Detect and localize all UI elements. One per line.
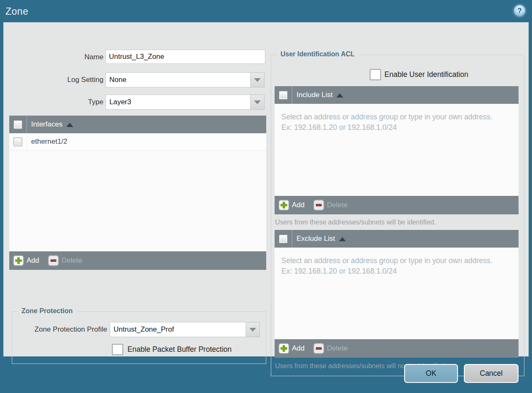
log-setting-value: None — [109, 76, 127, 84]
delete-button-label: Delete — [327, 201, 347, 209]
exclude-delete-button[interactable]: Delete — [314, 343, 347, 353]
exclude-select-all-checkbox[interactable] — [279, 235, 288, 243]
minus-icon — [314, 200, 324, 210]
sort-ascending-icon — [339, 237, 346, 241]
packet-buffer-protection-checkbox[interactable] — [112, 344, 123, 355]
minus-icon — [48, 256, 58, 266]
cancel-button-label: Cancel — [480, 369, 503, 378]
exclude-list-body[interactable]: Select an address or address group or ty… — [275, 248, 519, 339]
delete-button-label: Delete — [327, 344, 347, 353]
exclude-list-column-header[interactable]: Exclude List — [296, 235, 335, 243]
zone-protection-profile-value: Untrust_Zone_Prof — [114, 325, 174, 334]
add-button-label: Add — [292, 344, 304, 353]
chevron-down-icon — [249, 328, 256, 332]
exclude-list-header: Exclude List — [275, 230, 519, 248]
add-button-label: Add — [26, 256, 39, 265]
packet-buffer-protection-label: Enable Packet Buffer Protection — [127, 345, 232, 354]
include-list-note: Users from these addresses/subnets will … — [275, 219, 436, 226]
sort-ascending-icon — [336, 93, 343, 98]
type-dropdown-button[interactable] — [251, 95, 265, 110]
dialog-title: Zone — [5, 6, 28, 17]
interfaces-table-body: ethernet1/2 — [9, 133, 266, 251]
zone-protection-profile-label: Zone Protection Profile — [16, 325, 107, 334]
include-list-column-header[interactable]: Include List — [296, 91, 333, 99]
chevron-down-icon — [254, 78, 261, 82]
interface-name: ethernet1/2 — [31, 137, 67, 146]
interfaces-table-toolbar: Add Delete — [9, 251, 266, 270]
log-setting-dropdown-button[interactable] — [251, 72, 265, 87]
ok-button[interactable]: OK — [404, 364, 458, 383]
type-value: Layer3 — [109, 98, 131, 106]
plus-icon — [13, 256, 24, 266]
row-checkbox[interactable] — [13, 137, 22, 146]
zone-protection-legend: Zone Protection — [18, 307, 77, 315]
interfaces-select-all-checkbox[interactable] — [13, 120, 22, 129]
plus-icon — [279, 343, 289, 353]
include-select-all-checkbox[interactable] — [279, 91, 288, 100]
dialog-content: Name Log Setting None Type Layer3 Interf… — [3, 22, 529, 356]
table-row[interactable]: ethernet1/2 — [9, 133, 266, 150]
delete-button[interactable]: Delete — [48, 256, 82, 266]
type-select[interactable]: Layer3 — [106, 95, 251, 110]
add-button[interactable]: Add — [13, 256, 39, 266]
include-list-body[interactable]: Select an address or address group or ty… — [275, 104, 519, 196]
exclude-list-toolbar: Add Delete — [275, 339, 519, 358]
plus-icon — [279, 200, 289, 210]
interfaces-column-header[interactable]: Interfaces — [31, 120, 63, 129]
type-label: Type — [16, 98, 103, 106]
add-button-label: Add — [292, 201, 304, 209]
include-add-button[interactable]: Add — [279, 200, 304, 210]
sort-ascending-icon — [66, 123, 73, 127]
enable-user-identification-label: Enable User Identification — [384, 70, 468, 79]
include-list-placeholder: Select an address or address group or ty… — [275, 104, 494, 133]
include-delete-button[interactable]: Delete — [314, 200, 347, 210]
exclude-list-table: Exclude List Select an address or addres… — [275, 230, 519, 358]
name-label: Name — [16, 53, 103, 61]
delete-button-label: Delete — [61, 256, 82, 265]
name-input[interactable] — [106, 50, 265, 64]
zone-protection-profile-dropdown-button[interactable] — [246, 322, 260, 337]
zone-protection-fieldset: Zone Protection — [12, 311, 266, 364]
user-id-acl-legend: User Identification ACL — [277, 50, 358, 58]
help-icon[interactable]: ? — [514, 5, 525, 16]
chevron-down-icon — [254, 100, 261, 104]
exclude-list-placeholder: Select an address or address group or ty… — [275, 248, 494, 277]
enable-user-identification-checkbox[interactable] — [370, 69, 381, 80]
log-setting-select[interactable]: None — [106, 72, 251, 87]
ok-button-label: OK — [426, 369, 436, 378]
log-setting-label: Log Setting — [16, 76, 103, 84]
interfaces-table-header: Interfaces — [9, 116, 266, 133]
zone-protection-profile-select[interactable]: Untrust_Zone_Prof — [110, 322, 246, 337]
interfaces-table: Interfaces ethernet1/2 Add Delete — [9, 116, 266, 270]
dialog-titlebar: Zone ? — [0, 0, 532, 22]
include-list-toolbar: Add Delete — [275, 196, 519, 214]
exclude-add-button[interactable]: Add — [279, 343, 304, 353]
include-list-header: Include List — [275, 86, 519, 104]
minus-icon — [314, 343, 324, 353]
cancel-button[interactable]: Cancel — [464, 364, 519, 383]
include-list-table: Include List Select an address or addres… — [275, 86, 519, 214]
